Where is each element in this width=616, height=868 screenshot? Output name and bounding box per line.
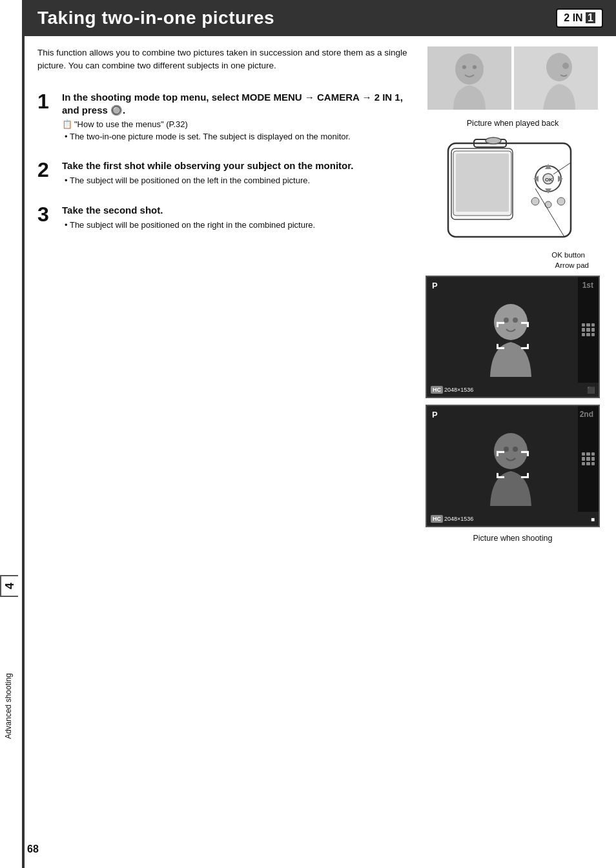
mode-badge: 2 IN 1 xyxy=(556,8,603,28)
step-1-memo: 📋"How to use the menus" (P.32) xyxy=(62,119,409,129)
screen2-right-panel xyxy=(578,406,599,512)
step-2-bullet-1: The subject will be positioned on the le… xyxy=(62,175,353,187)
main-content: Taking two-in-one pictures 2 IN 1 This f… xyxy=(25,0,616,545)
right-column: Picture when played back xyxy=(422,46,603,545)
screen1-right-panel xyxy=(578,277,599,383)
svg-text:OK: OK xyxy=(545,177,553,183)
ok-button-label: OK button xyxy=(551,251,585,259)
svg-point-21 xyxy=(557,197,565,205)
step-1-title: In the shooting mode top menu, select MO… xyxy=(62,91,409,117)
playback-images xyxy=(427,46,598,110)
playback-image-1 xyxy=(427,46,511,110)
screen2-battery: ■ xyxy=(591,516,595,523)
step-3-number: 3 xyxy=(37,204,56,231)
step-3-content: Take the second shot. The subject will b… xyxy=(62,204,315,231)
badge-text: 2 IN 1 xyxy=(564,12,595,23)
svg-point-22 xyxy=(486,137,501,144)
intro-text: This function allows you to combine two … xyxy=(37,46,409,73)
camera-diagram-wrap: OK xyxy=(435,137,590,263)
camera-diagram: OK xyxy=(435,137,590,263)
step-2-title: Take the first shot while observing your… xyxy=(62,159,353,172)
screen2-bracket xyxy=(497,451,529,478)
chapter-tab: 4 xyxy=(0,575,18,597)
chapter-number: 4 xyxy=(3,583,17,589)
screen1-hc: HC xyxy=(431,386,443,394)
arrow-pad-label: Arrow pad xyxy=(555,261,589,269)
content-area: This function allows you to combine two … xyxy=(25,46,616,545)
step-1-bullet-1: The two-in-one picture mode is set. The … xyxy=(62,131,409,143)
screen2-grid-icon xyxy=(582,452,595,465)
screen2-resolution: 2048×1536 xyxy=(444,516,473,522)
svg-point-6 xyxy=(562,63,569,69)
playback-image-2 xyxy=(514,46,598,110)
page-header: Taking two-in-one pictures 2 IN 1 xyxy=(25,0,616,36)
svg-point-3 xyxy=(473,65,477,69)
step-3-bullet-1: The subject will be positioned on the ri… xyxy=(62,219,315,231)
page-number: 68 xyxy=(27,843,39,855)
svg-point-19 xyxy=(531,197,539,205)
screen2-bottom-bar: HC 2048×1536 ■ xyxy=(427,512,599,526)
svg-point-1 xyxy=(455,54,484,85)
left-column: This function allows you to combine two … xyxy=(37,46,409,545)
screen1-p-label: P xyxy=(432,281,438,290)
page-title: Taking two-in-one pictures xyxy=(37,8,274,28)
screen1-bottom-bar: HC 2048×1536 ⬛ xyxy=(427,383,599,397)
camera-screen-2nd: P 2nd xyxy=(426,405,600,527)
sidebar: 4 Advanced shooting xyxy=(0,0,25,868)
svg-point-20 xyxy=(545,201,551,208)
step-1-number: 1 xyxy=(37,91,56,143)
playback-caption: Picture when played back xyxy=(467,119,559,128)
step-1-content: In the shooting mode top menu, select MO… xyxy=(62,91,409,143)
screen1-bracket xyxy=(497,322,529,349)
screen2-hc: HC xyxy=(431,515,443,523)
screen1-battery: ⬛ xyxy=(587,387,595,394)
step-3: 3 Take the second shot. The subject will… xyxy=(37,204,409,231)
screen1-grid-icon xyxy=(582,323,595,336)
sidebar-label: Advanced shooting xyxy=(4,673,13,739)
svg-rect-11 xyxy=(456,154,509,212)
svg-line-24 xyxy=(535,188,564,237)
step-2: 2 Take the first shot while observing yo… xyxy=(37,159,409,187)
camera-screen-1st: P 1st xyxy=(426,276,600,398)
step-2-number: 2 xyxy=(37,159,56,187)
screen2-p-label: P xyxy=(432,410,438,419)
step-1: 1 In the shooting mode top menu, select … xyxy=(37,91,409,143)
screen1-resolution: 2048×1536 xyxy=(444,387,473,393)
shooting-caption: Picture when shooting xyxy=(473,534,553,543)
step-3-title: Take the second shot. xyxy=(62,204,315,217)
svg-point-2 xyxy=(462,65,466,69)
step-2-content: Take the first shot while observing your… xyxy=(62,159,353,187)
